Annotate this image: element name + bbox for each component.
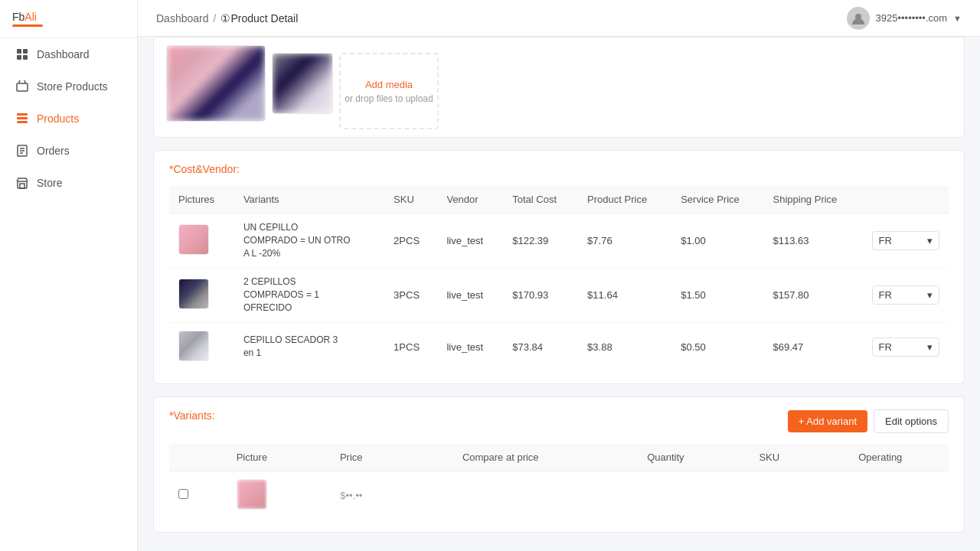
breadcrumb-parent[interactable]: Dashboard	[156, 12, 209, 24]
edit-options-button[interactable]: Edit options	[874, 409, 949, 433]
svg-rect-7	[17, 121, 28, 123]
sidebar-item-products[interactable]: Products	[0, 103, 137, 135]
shipping-price-2: $157.80	[764, 268, 863, 322]
svg-rect-12	[18, 181, 27, 188]
logo-ali: Ali	[24, 11, 37, 23]
col-product-price: Product Price	[578, 186, 671, 214]
col-sku: SKU	[384, 186, 437, 214]
col-service-price: Service Price	[671, 186, 763, 214]
add-variant-button[interactable]: + Add variant	[788, 410, 867, 432]
products-icon	[15, 112, 29, 126]
region-dropdown-3[interactable]: FR ▾	[872, 337, 940, 357]
variant-name-3: CEPILLO SECADOR 3 en 1	[243, 334, 351, 360]
table-row: UN CEPILLO COMPRADO = UN OTRO A L -20% 2…	[169, 214, 949, 268]
svg-rect-4	[17, 83, 28, 91]
total-cost-3: $73.84	[503, 322, 578, 371]
service-price-1: $1.00	[671, 214, 763, 268]
region-dropdown-2[interactable]: FR ▾	[872, 285, 940, 305]
col-v-compare-price: Compare at price	[397, 444, 605, 471]
nav-label-store: Store	[37, 177, 62, 189]
breadcrumb: Dashboard / ①Product Detail	[156, 12, 298, 24]
user-email: 3925••••••••.com	[876, 12, 948, 24]
variant-sku-1	[727, 471, 812, 520]
logo: FbAli	[0, 0, 137, 38]
col-v-operating: Operating	[812, 444, 949, 471]
svg-rect-3	[23, 55, 28, 60]
store-icon	[15, 176, 29, 190]
col-variants: Variants	[234, 186, 384, 214]
header: Dashboard / ①Product Detail 3925••••••••…	[138, 0, 980, 37]
variant-operating-1	[812, 471, 949, 520]
media-thumb-secondary	[272, 53, 333, 114]
main-area: Dashboard / ①Product Detail 3925••••••••…	[138, 0, 980, 551]
svg-rect-2	[17, 55, 21, 60]
variant-quantity-1	[605, 471, 727, 520]
page-content: Add media or drop files to upload *Cost&…	[138, 37, 980, 551]
service-price-3: $0.50	[671, 322, 763, 371]
col-v-price: Price	[306, 444, 397, 471]
region-value-1: FR	[879, 235, 892, 246]
variant-price-1: $••.••	[306, 471, 397, 520]
sku-2: 3PCS	[384, 268, 437, 322]
table-row: 2 CEPILLOS COMPRADOS = 1 OFRECIDO 3PCS l…	[169, 268, 949, 322]
region-value-3: FR	[879, 341, 892, 353]
sidebar-item-store-products[interactable]: Store Products	[0, 70, 137, 103]
col-v-picture: Picture	[198, 444, 306, 471]
user-dropdown-arrow[interactable]: ▼	[953, 14, 962, 23]
media-upload-zone[interactable]: Add media or drop files to upload	[339, 53, 439, 129]
product-thumb-3	[178, 331, 209, 361]
product-price-2: $11.64	[578, 268, 671, 322]
sidebar: FbAli Dashboard Store Products Products …	[0, 0, 138, 551]
logo-fb: Fb	[12, 11, 24, 23]
sidebar-item-dashboard[interactable]: Dashboard	[0, 38, 137, 70]
nav-label-products: Products	[37, 112, 79, 125]
product-thumb-2	[178, 279, 209, 309]
dashboard-icon	[15, 47, 29, 61]
svg-rect-13	[20, 184, 24, 188]
total-cost-2: $170.93	[503, 268, 578, 322]
cost-vendor-table: Pictures Variants SKU Vendor Total Cost …	[169, 186, 949, 371]
nav-label-store-products: Store Products	[37, 80, 108, 93]
service-price-2: $1.50	[671, 268, 763, 322]
vendor-2: live_test	[437, 268, 503, 322]
svg-rect-0	[17, 49, 21, 54]
variant-checkbox[interactable]	[178, 489, 188, 499]
svg-rect-5	[17, 113, 28, 116]
variant-name-2: 2 CEPILLOS COMPRADOS = 1 OFRECIDO	[243, 276, 351, 314]
col-checkbox	[169, 444, 198, 471]
variant-name-1: UN CEPILLO COMPRADO = UN OTRO A L -20%	[243, 221, 351, 259]
breadcrumb-current: ①Product Detail	[220, 12, 298, 24]
chevron-down-icon: ▾	[927, 289, 933, 301]
shipping-price-3: $69.47	[764, 322, 863, 371]
variants-card: *Variants: + Add variant Edit options Pi…	[153, 396, 965, 533]
product-thumb-1	[178, 224, 209, 255]
vendor-3: live_test	[437, 322, 503, 371]
variant-thumb-1	[237, 479, 267, 510]
col-v-sku: SKU	[727, 444, 812, 471]
sidebar-item-store[interactable]: Store	[0, 167, 137, 199]
orders-icon	[15, 144, 29, 158]
sku-1: 2PCS	[384, 214, 437, 268]
nav-label-dashboard: Dashboard	[37, 48, 90, 60]
store-products-icon	[15, 80, 29, 93]
sidebar-item-orders[interactable]: Orders	[0, 135, 137, 167]
breadcrumb-separator: /	[214, 12, 217, 24]
media-thumb-main	[166, 45, 266, 122]
variants-title: *Variants:	[169, 409, 215, 422]
col-v-quantity: Quantity	[605, 444, 727, 471]
media-card: Add media or drop files to upload	[153, 37, 965, 138]
shipping-price-1: $113.63	[764, 214, 863, 268]
table-row: $••.••	[169, 471, 949, 520]
region-dropdown-1[interactable]: FR ▾	[872, 231, 940, 250]
nav-label-orders: Orders	[37, 145, 70, 157]
upload-sub: or drop files to upload	[345, 93, 433, 104]
product-price-1: $7.76	[578, 214, 671, 268]
user-area: 3925••••••••.com ▼	[847, 7, 962, 30]
variant-compare-price-1	[397, 471, 605, 520]
col-shipping-price: Shipping Price	[764, 186, 863, 214]
col-pictures: Pictures	[169, 186, 234, 214]
media-section: Add media or drop files to upload	[166, 45, 952, 129]
total-cost-1: $122.39	[503, 214, 578, 268]
chevron-down-icon: ▾	[927, 235, 933, 246]
col-vendor: Vendor	[437, 186, 503, 214]
